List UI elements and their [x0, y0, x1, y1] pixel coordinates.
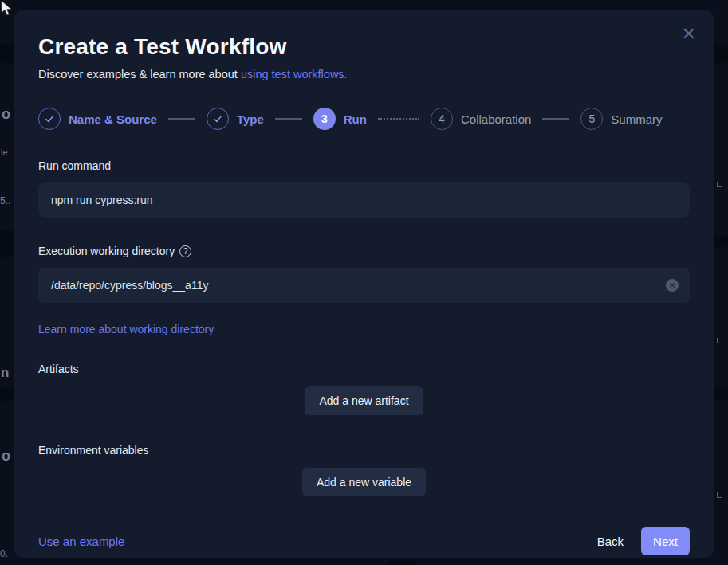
- run-command-field-wrap: [38, 182, 690, 218]
- background-block: [714, 236, 728, 247]
- background-block: [0, 44, 14, 63]
- mouse-cursor-icon: [0, 0, 14, 18]
- background-corner-mark: [717, 492, 722, 498]
- background-text-fragment: n: [1, 365, 9, 381]
- step-number: 3: [313, 108, 336, 130]
- run-command-input[interactable]: [38, 182, 690, 218]
- step-label: Name & Source: [69, 112, 157, 126]
- stepper-connector: [275, 118, 302, 120]
- back-button[interactable]: Back: [597, 535, 624, 548]
- add-artifact-button[interactable]: Add a new artifact: [305, 386, 423, 415]
- stepper-step-summary[interactable]: 5 Summary: [580, 108, 662, 130]
- step-label: Summary: [611, 112, 662, 126]
- stepper-step-collaboration[interactable]: 4 Collaboration: [431, 108, 531, 130]
- working-directory-label-text: Execution working directory: [38, 245, 175, 257]
- add-variable-button[interactable]: Add a new variable: [302, 468, 426, 496]
- background-text-fragment: o: [2, 106, 10, 123]
- step-label: Run: [344, 112, 367, 126]
- modal-subtitle: Discover examples & learn more about usi…: [38, 68, 690, 80]
- test-workflows-link[interactable]: using test workflows.: [241, 68, 348, 80]
- modal-title: Create a Test Workflow: [38, 34, 690, 60]
- stepper-connector-dotted: [378, 118, 419, 120]
- background-block: [714, 45, 728, 63]
- environment-variables-button-row: Add a new variable: [38, 468, 690, 496]
- artifacts-label: Artifacts: [38, 363, 690, 375]
- working-directory-field-wrap: ✕: [38, 268, 690, 303]
- working-directory-label: Execution working directory ?: [38, 245, 690, 257]
- step-label: Collaboration: [461, 112, 531, 126]
- learn-more-working-directory-link[interactable]: Learn more about working directory: [38, 323, 214, 335]
- clear-input-icon[interactable]: ✕: [666, 279, 679, 292]
- background-block: [389, 559, 416, 565]
- step-number: 4: [431, 108, 453, 130]
- stepper-step-run[interactable]: 3 Run: [313, 108, 367, 130]
- modal-footer: Use an example Back Next: [38, 527, 690, 555]
- background-block: [714, 387, 728, 400]
- help-icon[interactable]: ?: [179, 245, 191, 257]
- next-button[interactable]: Next: [641, 527, 690, 555]
- background-text-fragment: 0.: [0, 548, 8, 559]
- background-text-fragment: 5..: [0, 195, 10, 206]
- working-directory-input[interactable]: [38, 268, 690, 303]
- background-text-fragment: le: [1, 147, 8, 157]
- use-an-example-link[interactable]: Use an example: [38, 535, 124, 548]
- background-corner-mark: [717, 338, 722, 343]
- background-block: [0, 230, 14, 257]
- artifacts-button-row: Add a new artifact: [38, 386, 690, 415]
- step-check-icon: [207, 108, 229, 130]
- run-command-label: Run command: [38, 159, 690, 172]
- create-test-workflow-modal: ✕ Create a Test Workflow Discover exampl…: [14, 10, 714, 558]
- wizard-stepper: Name & Source Type 3 Run 4 Collaboration…: [38, 108, 690, 130]
- subtitle-text: Discover examples & learn more about: [38, 68, 241, 80]
- step-check-icon: [38, 108, 61, 130]
- stepper-step-name-source[interactable]: Name & Source: [38, 108, 157, 130]
- step-number: 5: [580, 108, 603, 130]
- step-label: Type: [237, 112, 264, 126]
- background-text-fragment: o: [2, 448, 10, 465]
- stepper-connector: [542, 118, 569, 120]
- background-block: [0, 388, 14, 401]
- close-icon[interactable]: ✕: [682, 26, 696, 42]
- environment-variables-label: Environment variables: [38, 444, 690, 457]
- background-corner-mark: [717, 182, 722, 187]
- footer-actions: Back Next: [597, 527, 690, 555]
- stepper-connector: [168, 118, 195, 120]
- stepper-step-type[interactable]: Type: [207, 108, 264, 130]
